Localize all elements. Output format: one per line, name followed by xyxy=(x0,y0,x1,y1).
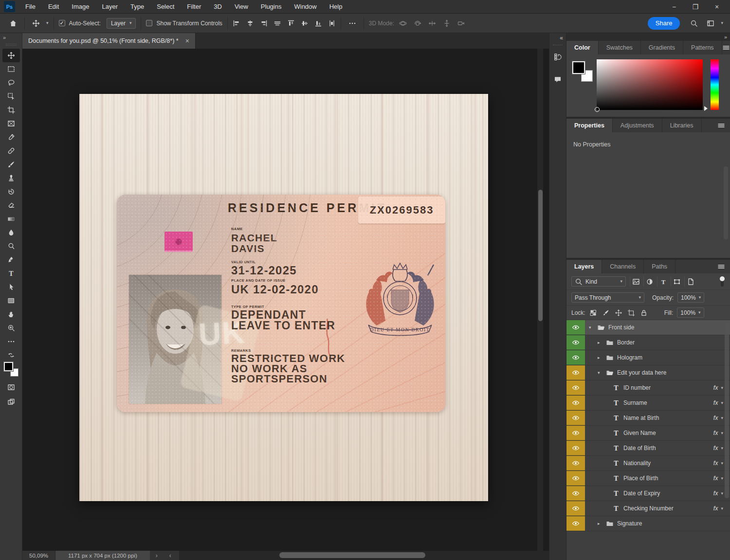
move-tool-preset-icon[interactable] xyxy=(30,17,42,30)
chevron-down-icon[interactable]: ▾ xyxy=(589,325,594,330)
gradient-tool[interactable] xyxy=(2,212,20,226)
align-top-edges-icon[interactable] xyxy=(274,19,281,27)
eyedropper-tool[interactable] xyxy=(2,130,20,144)
visibility-toggle[interactable] xyxy=(566,426,585,440)
dodge-tool[interactable] xyxy=(2,239,20,253)
layers-scrollbar[interactable] xyxy=(725,323,729,498)
tab-gradients[interactable]: Gradients xyxy=(641,41,683,54)
layer-row-checking-nnumber[interactable]: TChecking Nnumberfx▾ xyxy=(566,501,730,516)
close-button[interactable]: × xyxy=(712,3,721,11)
foreground-background-swatches[interactable] xyxy=(4,362,18,377)
rectangle-tool[interactable] xyxy=(2,294,20,307)
layer-row-nationality[interactable]: TNationalityfx▾ xyxy=(566,456,730,471)
lock-position-icon[interactable] xyxy=(615,309,622,317)
layer-name[interactable]: Edit your data here xyxy=(617,369,666,376)
lock-artboard-icon[interactable] xyxy=(627,309,635,317)
frame-tool[interactable] xyxy=(2,117,20,130)
layer-name[interactable]: Border xyxy=(617,339,635,346)
status-next-icon[interactable]: › xyxy=(150,552,164,559)
visibility-toggle[interactable] xyxy=(566,441,585,455)
menu-item-type[interactable]: Type xyxy=(124,0,150,14)
toolbar-expand-icon[interactable]: » xyxy=(0,33,9,42)
tab-paths[interactable]: Paths xyxy=(644,260,675,273)
layer-row-front-side[interactable]: ▾Front side xyxy=(566,320,730,335)
saturation-brightness-field[interactable] xyxy=(597,59,703,110)
layer-effects-badge[interactable]: fx xyxy=(713,490,718,497)
layer-name[interactable]: Surname xyxy=(623,399,647,406)
object-selection-tool[interactable] xyxy=(2,90,20,103)
layer-name[interactable]: Given Name xyxy=(623,430,656,436)
layer-row-signature[interactable]: ▸Signature xyxy=(566,516,730,531)
type-tool[interactable]: T xyxy=(2,267,20,280)
color-panel-swatches[interactable] xyxy=(572,61,593,82)
restore-button[interactable]: ❐ xyxy=(691,3,700,11)
fx-chevron-icon[interactable]: ▾ xyxy=(721,476,723,481)
quick-mask-icon[interactable] xyxy=(7,383,15,391)
fx-chevron-icon[interactable]: ▾ xyxy=(721,446,723,451)
tab-libraries[interactable]: Libraries xyxy=(662,119,702,132)
blur-tool[interactable] xyxy=(2,226,20,239)
minimize-button[interactable]: − xyxy=(670,3,678,11)
clone-stamp-tool[interactable] xyxy=(2,171,20,185)
layer-effects-badge[interactable]: fx xyxy=(713,415,718,421)
layer-row-date-of-birth[interactable]: TDate of Birthfx▾ xyxy=(566,441,730,456)
tab-color[interactable]: Color xyxy=(566,41,599,54)
tool-preset-chevron-icon[interactable]: ▾ xyxy=(46,21,49,25)
menu-item-select[interactable]: Select xyxy=(150,0,181,14)
layer-row-border[interactable]: ▸Border xyxy=(566,335,730,350)
show-transform-checkbox[interactable] xyxy=(146,20,152,26)
swap-colors-icon[interactable] xyxy=(7,351,15,359)
collapse-dock-icon[interactable]: » xyxy=(724,34,727,40)
visibility-toggle[interactable] xyxy=(566,471,585,486)
visibility-toggle[interactable] xyxy=(566,486,585,501)
more-tool[interactable] xyxy=(2,335,20,348)
zoom-level-field[interactable]: 50,09% xyxy=(22,553,55,559)
chevron-right-icon[interactable]: ▸ xyxy=(598,355,602,360)
share-button[interactable]: Share xyxy=(648,17,680,30)
visibility-toggle[interactable] xyxy=(566,456,585,470)
menu-item-view[interactable]: View xyxy=(228,0,255,14)
layer-effects-badge[interactable]: fx xyxy=(713,430,718,436)
tab-adjustments[interactable]: Adjustments xyxy=(613,119,662,132)
fx-chevron-icon[interactable]: ▾ xyxy=(721,416,723,420)
layer-effects-badge[interactable]: fx xyxy=(713,475,718,482)
hue-slider-handle[interactable] xyxy=(704,106,708,111)
document-info[interactable]: 1171 px x 704 px (1200 ppi) xyxy=(55,551,150,560)
tab-patterns[interactable]: Patterns xyxy=(683,41,722,54)
layer-row-surname[interactable]: TSurnamefx▾ xyxy=(566,396,730,411)
path-selection-tool[interactable] xyxy=(2,280,20,294)
workspace-icon[interactable] xyxy=(704,17,717,30)
fill-field[interactable]: 100%▾ xyxy=(677,307,704,318)
blend-mode-dropdown[interactable]: Pass Through▾ xyxy=(571,292,644,303)
lock-image-pixels-icon[interactable] xyxy=(602,309,610,317)
healing-tool[interactable] xyxy=(2,144,20,158)
fx-chevron-icon[interactable]: ▾ xyxy=(721,506,723,511)
marquee-tool[interactable] xyxy=(2,62,20,76)
layers-menu-icon[interactable] xyxy=(717,263,725,271)
auto-select-checkbox[interactable]: ✓ xyxy=(59,20,65,26)
hue-slider[interactable] xyxy=(711,59,719,110)
pixel-layer-filter-icon[interactable] xyxy=(630,276,641,287)
comments-panel-icon[interactable] xyxy=(551,72,565,86)
foreground-color-swatch[interactable] xyxy=(4,362,13,371)
layer-name[interactable]: Signature xyxy=(617,520,642,527)
lasso-tool[interactable] xyxy=(2,76,20,90)
canvas-vertical-scrollbar[interactable] xyxy=(537,49,543,551)
orbit-3d-icon[interactable] xyxy=(399,19,407,27)
layer-row-edit-your-data-here[interactable]: ▾Edit your data here xyxy=(566,365,730,380)
history-panel-icon[interactable] xyxy=(551,50,565,64)
camera-3d-icon[interactable] xyxy=(457,19,465,27)
layer-effects-badge[interactable]: fx xyxy=(713,384,718,391)
history-brush-tool[interactable] xyxy=(2,185,20,199)
layer-effects-badge[interactable]: fx xyxy=(713,460,718,467)
fx-chevron-icon[interactable]: ▾ xyxy=(721,491,723,496)
layer-filter-toggle[interactable] xyxy=(719,276,725,287)
menu-item-image[interactable]: Image xyxy=(65,0,95,14)
fx-chevron-icon[interactable]: ▾ xyxy=(721,401,723,405)
auto-select-target-dropdown[interactable]: Layer▾ xyxy=(107,18,136,29)
lock-all-icon[interactable] xyxy=(640,309,648,317)
menu-item-plugins[interactable]: Plugins xyxy=(255,0,288,14)
brush-tool[interactable] xyxy=(2,158,20,171)
pan-3d-icon[interactable] xyxy=(428,19,436,27)
chevron-right-icon[interactable]: ▸ xyxy=(598,340,602,345)
